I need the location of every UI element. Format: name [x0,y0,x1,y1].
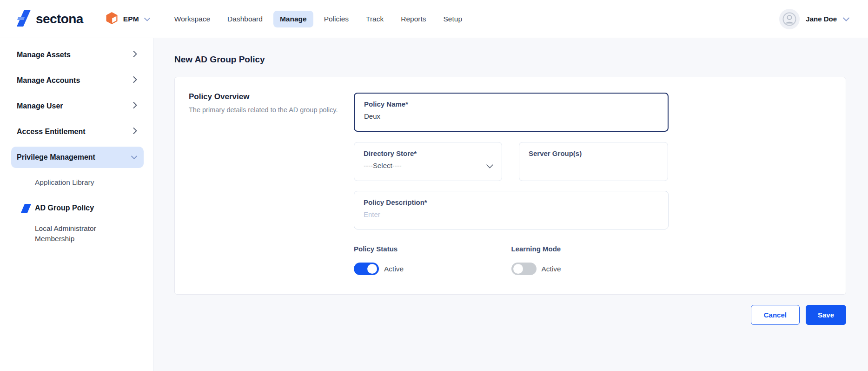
sidebar-item-access-entitlement[interactable]: Access Entitlement [11,121,144,142]
learning-mode-toggle[interactable] [511,263,537,275]
sidebar-subitem-application-library[interactable]: Application Library [21,172,144,193]
nav-item-setup[interactable]: Setup [437,11,469,27]
policy-description-input[interactable] [364,210,659,218]
logo-text: sectona [36,12,83,27]
sidebar-item-manage-assets[interactable]: Manage Assets [11,44,144,66]
sidebar-subitem-label: AD Group Policy [35,204,94,212]
sidebar-item-privilege-management[interactable]: Privilege Management [11,147,144,168]
cancel-button[interactable]: Cancel [751,305,800,325]
learning-mode-group: Learning Mode Active [511,245,669,275]
nav-item-dashboard[interactable]: Dashboard [221,11,269,27]
nav-item-manage[interactable]: Manage [273,11,313,27]
sidebar-item-label: Access Entitlement [17,128,86,136]
section-description: The primary details related to the AD gr… [189,106,342,115]
directory-store-field[interactable]: Directory Store* ----Select---- [354,142,502,181]
sidebar-subitem-local-administrator-membership[interactable]: Local Administrator Membership [21,223,121,244]
policy-description-label: Policy Description* [364,198,659,206]
policy-status-toggle[interactable] [354,263,379,275]
policy-status-state: Active [384,265,404,273]
sidebar: Manage Assets Manage Accounts Manage Use… [0,38,153,371]
page-title: New AD Group Policy [174,54,846,65]
policy-status-label: Policy Status [354,245,511,253]
chevron-right-icon [133,102,137,110]
chevron-down-icon[interactable] [486,162,493,170]
toggle-knob [513,264,523,274]
nav-item-reports[interactable]: Reports [394,11,432,27]
nav-item-workspace[interactable]: Workspace [168,11,217,27]
epm-cube-icon [106,12,118,27]
learning-mode-label: Learning Mode [511,245,669,253]
policy-status-group: Policy Status Active [354,245,511,275]
main-content: New AD Group Policy Policy Overview The … [153,38,868,371]
nav-item-track[interactable]: Track [359,11,390,27]
sectona-logo[interactable]: sectona [17,9,83,29]
toggle-knob [367,264,377,274]
user-menu[interactable]: Jane Doe [779,9,849,29]
user-name: Jane Doe [806,15,837,23]
chevron-down-icon [131,153,137,162]
chevron-right-icon [133,76,137,85]
nav-item-policies[interactable]: Policies [318,11,355,27]
policy-name-field[interactable]: Policy Name* [354,93,669,132]
product-switcher[interactable]: EPM [106,12,150,27]
chevron-right-icon [133,51,137,59]
learning-mode-state: Active [542,265,561,273]
section-title: Policy Overview [189,92,342,101]
policy-name-input[interactable] [364,112,658,120]
top-navbar: sectona EPM Workspace Dashboard Manage P… [0,0,868,38]
ad-group-policy-icon [21,204,31,213]
sidebar-subitem-ad-group-policy[interactable]: AD Group Policy [21,198,144,218]
form-fields: Policy Name* Directory Store* ----Select… [354,93,669,275]
chevron-down-icon [144,15,150,23]
server-groups-label: Server Group(s) [529,149,658,157]
privilege-management-submenu: Application Library AD Group Policy Loca… [0,172,153,244]
form-actions: Cancel Save [174,305,846,325]
sidebar-item-label: Manage User [17,102,63,110]
sidebar-item-label: Manage Assets [17,51,71,59]
chevron-right-icon [133,128,137,136]
product-label: EPM [123,15,139,23]
save-button[interactable]: Save [806,305,846,325]
directory-store-label: Directory Store* [364,149,492,157]
sidebar-item-manage-user[interactable]: Manage User [11,95,144,117]
policy-name-label: Policy Name* [364,100,658,108]
policy-overview-card: Policy Overview The primary details rela… [174,77,846,295]
directory-store-selected-value: ----Select---- [364,162,492,169]
policy-description-field[interactable]: Policy Description* [354,191,669,229]
section-info: Policy Overview The primary details rela… [189,92,342,115]
chevron-down-icon [843,15,849,23]
field-row: Directory Store* ----Select---- Server G… [354,142,669,181]
sidebar-item-manage-accounts[interactable]: Manage Accounts [11,70,144,91]
toggles-row: Policy Status Active Learning Mode Activ… [354,245,669,275]
server-groups-field[interactable]: Server Group(s) [519,142,668,181]
sectona-bolt-icon [17,9,31,29]
main-nav: Workspace Dashboard Manage Policies Trac… [168,11,469,27]
sidebar-item-label: Manage Accounts [17,76,80,85]
avatar [779,9,800,29]
sidebar-item-label: Privilege Management [17,153,95,162]
